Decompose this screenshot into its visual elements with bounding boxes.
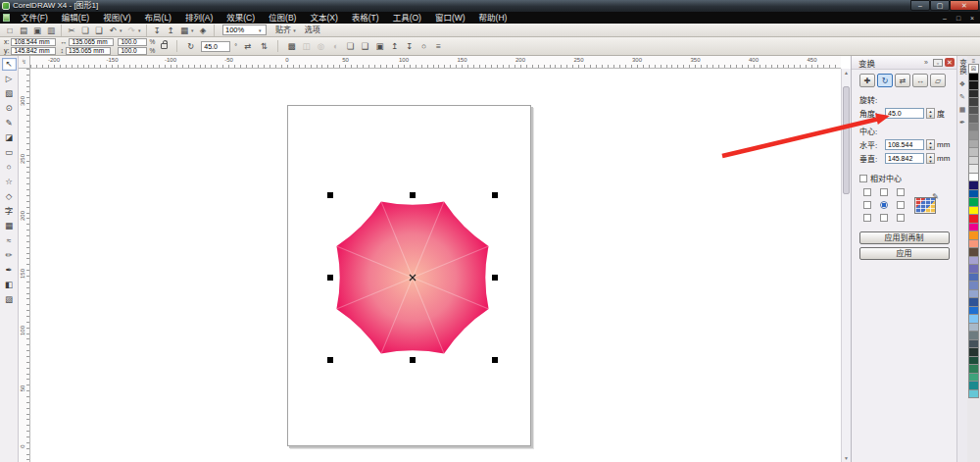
fill-tool[interactable]: ◧	[2, 279, 17, 291]
smart-fill-tool[interactable]: ◪	[2, 131, 17, 144]
zoom-level-input[interactable]	[225, 26, 259, 34]
outline-pen-tool[interactable]: ✒	[2, 264, 17, 277]
angle-spinner[interactable]: ▲▼	[926, 108, 935, 119]
print-button[interactable]: ▥	[44, 25, 58, 36]
canvas[interactable]	[30, 69, 841, 462]
welcome-screen-button[interactable]: ◈	[196, 25, 210, 36]
doc-control-button[interactable]: –	[940, 15, 950, 22]
object-y-input[interactable]	[11, 47, 56, 55]
minimize-button[interactable]: –	[910, 0, 930, 11]
copy-button[interactable]: ❏	[78, 25, 92, 36]
docker-tab-icon[interactable]: ✒	[959, 119, 965, 127]
transform-mode-rotate[interactable]: ↻	[877, 74, 893, 87]
application-launcher-button[interactable]: ▦	[177, 25, 191, 36]
scale-x-input[interactable]	[118, 38, 147, 46]
vertical-ruler[interactable]: 300250200150100500	[19, 69, 30, 462]
anchor-cell[interactable]	[863, 214, 871, 222]
menu-item[interactable]: 效果(C)	[220, 12, 262, 24]
apply-to-duplicate-button[interactable]: 应用到再制	[859, 231, 950, 244]
color-swatch[interactable]	[968, 389, 979, 399]
scroll-down-icon[interactable]: ▼	[842, 455, 851, 461]
paste-button[interactable]: ❑	[92, 25, 106, 36]
basic-shapes-tool[interactable]: ◇	[2, 190, 17, 203]
anchor-cell[interactable]	[897, 214, 905, 222]
ellipse-tool[interactable]: ○	[2, 161, 17, 174]
undo-button[interactable]: ↶	[106, 25, 120, 36]
apply-button[interactable]: 应用	[859, 247, 950, 260]
chevron-down-icon[interactable]: ▾	[138, 27, 143, 33]
rotation-angle-input[interactable]	[201, 41, 230, 52]
text-tool[interactable]: 字	[2, 205, 17, 218]
docker-float-button[interactable]: ▫	[933, 59, 943, 67]
maximize-button[interactable]: ▢	[930, 0, 950, 11]
menu-item[interactable]: 窗口(W)	[428, 12, 472, 24]
polygon-tool[interactable]: ☆	[2, 176, 17, 188]
relative-center-checkbox[interactable]	[859, 175, 867, 182]
vertical-spinner[interactable]: ▲▼	[926, 153, 935, 164]
center-horizontal-input[interactable]	[885, 139, 924, 150]
blend-tool[interactable]: ≈	[2, 234, 17, 247]
page[interactable]	[287, 105, 531, 446]
horizontal-ruler[interactable]: -200-150-100-500501001502002503003504004…	[30, 56, 841, 69]
anchor-cell[interactable]	[880, 188, 888, 196]
menu-item[interactable]: 编辑(E)	[55, 12, 96, 24]
anchor-cell[interactable]	[897, 188, 905, 196]
chevron-down-icon[interactable]: ▾	[259, 27, 264, 33]
anchor-cell[interactable]	[897, 201, 905, 209]
transform-mode-skew[interactable]: ▱	[930, 74, 946, 87]
anchor-cell[interactable]	[880, 201, 888, 209]
scrollbar-thumb[interactable]	[843, 86, 850, 194]
crop-tool[interactable]: ▧	[2, 87, 17, 100]
transform-mode-position[interactable]: ✚	[859, 74, 875, 87]
anchor-cell[interactable]	[863, 188, 871, 196]
object-x-input[interactable]	[11, 38, 56, 46]
pick-tool[interactable]: ↖	[2, 58, 17, 71]
group-button[interactable]: ❏	[344, 40, 357, 53]
docker-collapse-button[interactable]: »	[921, 59, 931, 66]
rectangle-tool[interactable]: ▭	[2, 146, 17, 159]
doc-control-button[interactable]: □	[954, 15, 963, 22]
menu-item[interactable]: 文本(X)	[303, 12, 344, 24]
zoom-combo[interactable]: ▾	[222, 25, 267, 35]
options-button[interactable]: 选项	[301, 25, 324, 36]
scale-y-input[interactable]	[118, 47, 147, 55]
zoom-tool[interactable]: ⊙	[2, 102, 17, 115]
open-button[interactable]: ▤	[17, 25, 30, 36]
menu-item[interactable]: 文件(F)	[14, 12, 55, 24]
center-vertical-input[interactable]	[885, 153, 924, 164]
ungroup-button[interactable]: ❑	[359, 40, 371, 53]
anchor-cell[interactable]	[863, 201, 871, 209]
menu-item[interactable]: 表格(T)	[345, 12, 386, 24]
save-button[interactable]: ▣	[30, 25, 44, 36]
horizontal-spinner[interactable]: ▲▼	[926, 139, 935, 150]
table-tool[interactable]: ▦	[2, 220, 17, 232]
menu-item[interactable]: 帮助(H)	[472, 12, 514, 24]
transform-mode-size[interactable]: ↔	[912, 74, 928, 87]
lock-ratio-icon[interactable]	[161, 43, 168, 49]
freehand-tool[interactable]: ✎	[2, 117, 17, 129]
docker-tab-icon[interactable]: ▦	[959, 106, 966, 114]
menu-item[interactable]: 视图(V)	[96, 12, 137, 24]
transform-mode-scale-mirror[interactable]: ⇄	[895, 74, 910, 87]
mirror-horizontal-button[interactable]: ⇄	[241, 40, 254, 53]
docker-tab-icon[interactable]: ❖	[959, 80, 965, 88]
to-front-button[interactable]: ↥	[388, 40, 401, 53]
shape-tool[interactable]: ▷	[2, 73, 17, 85]
export-button[interactable]: ↥	[164, 25, 177, 36]
docker-angle-input[interactable]	[885, 108, 924, 119]
ruler-origin-corner[interactable]: ↯	[19, 56, 30, 69]
import-button[interactable]: ↧	[150, 25, 164, 36]
wrap-paragraph-text-button[interactable]: ▩	[285, 40, 298, 53]
snap-to-button[interactable]: 贴齐 ▾	[271, 25, 300, 36]
new-button[interactable]: □	[3, 25, 17, 36]
to-back-button[interactable]: ↧	[403, 40, 416, 53]
cut-button[interactable]: ✂	[65, 25, 78, 36]
doc-control-button[interactable]: ×	[967, 15, 977, 22]
docker-tab-transform[interactable]: 变换	[957, 59, 968, 76]
object-width-input[interactable]	[69, 38, 114, 46]
menu-item[interactable]: 排列(A)	[178, 12, 220, 24]
docker-close-button[interactable]: ✕	[945, 58, 955, 67]
menu-item[interactable]: 布局(L)	[138, 12, 178, 24]
interactive-fill-tool[interactable]: ▨	[2, 293, 17, 306]
close-button[interactable]: ✕	[950, 0, 979, 11]
